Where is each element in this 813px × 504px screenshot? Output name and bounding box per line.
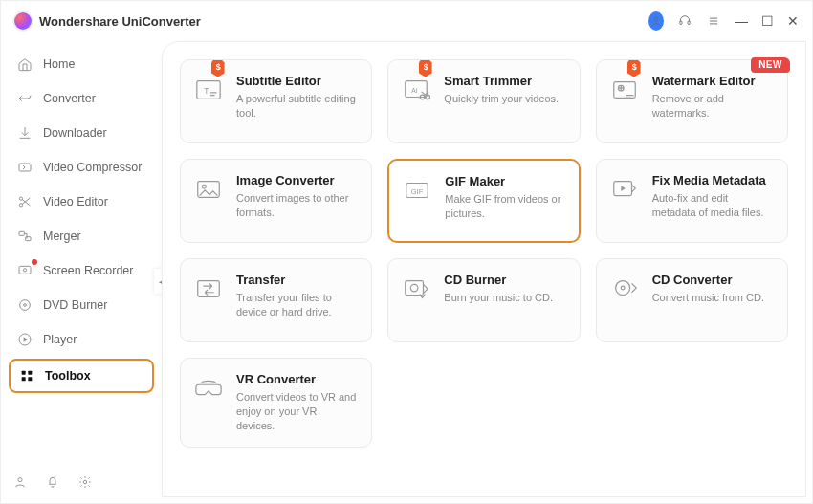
support-icon[interactable] — [677, 13, 692, 29]
svg-text:GIF: GIF — [411, 187, 424, 196]
sidebar-item-dvd-burner[interactable]: DVD Burner — [9, 290, 154, 320]
tool-subtitle-editor[interactable]: $ T Subtitle Editor A powerful subtitle … — [180, 59, 372, 143]
transfer-icon — [192, 273, 225, 305]
maximize-button[interactable]: ☐ — [761, 14, 774, 28]
svg-text:AI: AI — [412, 87, 418, 94]
tool-watermark-editor[interactable]: $ NEW Watermark Editor Remove or add wat… — [596, 59, 788, 143]
tool-desc: Make GIF from videos or pictures. — [445, 192, 564, 221]
tool-vr-converter[interactable]: VR Converter Convert videos to VR and en… — [180, 358, 372, 448]
sidebar-label: Converter — [43, 92, 96, 105]
tool-smart-trimmer[interactable]: $ AI Smart Trimmer Quickly trim your vid… — [387, 59, 580, 143]
tool-cd-converter[interactable]: CD Converter Convert music from CD. — [596, 258, 788, 342]
gear-icon[interactable] — [77, 474, 93, 490]
tool-transfer[interactable]: Transfer Transfer your files to device o… — [180, 258, 372, 342]
svg-rect-12 — [26, 237, 31, 241]
sale-badge-icon: $ — [627, 60, 643, 79]
sidebar-item-video-compressor[interactable]: Video Compressor — [9, 152, 154, 183]
tool-image-converter[interactable]: Image Converter Convert images to other … — [180, 159, 372, 243]
cdburn-icon — [400, 273, 432, 305]
convert-icon — [16, 90, 33, 107]
tool-gif-maker[interactable]: GIF GIF Maker Make GIF from videos or pi… — [387, 159, 580, 243]
tool-desc: Convert images to other formats. — [236, 191, 358, 220]
bell-icon[interactable] — [45, 474, 60, 490]
svg-text:T: T — [204, 86, 209, 96]
sidebar-label: DVD Burner — [43, 298, 107, 312]
sidebar-label: Home — [43, 57, 75, 71]
svg-point-24 — [83, 480, 87, 484]
tools-grid: $ T Subtitle Editor A powerful subtitle … — [180, 59, 788, 448]
sidebar-item-toolbox[interactable]: Toolbox — [9, 359, 154, 393]
tool-title: GIF Maker — [445, 174, 564, 188]
tool-title: Smart Trimmer — [444, 74, 559, 88]
svg-rect-1 — [680, 21, 682, 25]
merge-icon — [16, 228, 33, 245]
sidebar-label: Screen Recorder — [43, 264, 134, 277]
vr-icon — [192, 372, 225, 405]
tool-title: CD Converter — [652, 273, 764, 287]
tool-desc: Convert music from CD. — [652, 291, 764, 305]
sidebar-label: Video Compressor — [43, 161, 142, 174]
play-icon — [16, 331, 33, 348]
sale-badge-icon: $ — [419, 60, 434, 79]
svg-rect-13 — [19, 266, 31, 274]
hamburger-menu-icon[interactable] — [706, 13, 721, 29]
titlebar: Wondershare UniConverter — ☐ ✕ — [1, 1, 812, 41]
svg-point-43 — [202, 185, 206, 188]
record-icon — [16, 262, 33, 279]
tool-title: CD Burner — [444, 273, 553, 287]
content-panel: $ T Subtitle Editor A powerful subtitle … — [162, 41, 806, 497]
app-title: Wondershare UniConverter — [39, 14, 201, 29]
sidebar-label: Video Editor — [43, 195, 108, 208]
svg-point-0 — [654, 17, 658, 21]
sidebar-footer — [9, 467, 154, 495]
sidebar-item-converter[interactable]: Converter — [9, 83, 154, 114]
tool-title: Fix Media Metadata — [652, 173, 774, 187]
sale-badge-icon: $ — [211, 60, 227, 79]
svg-rect-19 — [22, 371, 26, 375]
minimize-button[interactable]: — — [735, 14, 748, 28]
svg-point-7 — [19, 197, 22, 200]
svg-rect-21 — [22, 377, 26, 381]
disc-icon — [16, 296, 33, 314]
sidebar-label: Toolbox — [45, 369, 91, 383]
svg-point-52 — [621, 286, 625, 290]
tool-desc: Transfer your files to device or hard dr… — [236, 291, 358, 319]
svg-point-23 — [18, 478, 22, 482]
grid-icon — [18, 367, 35, 384]
svg-rect-49 — [406, 281, 424, 296]
metadata-icon — [608, 173, 641, 206]
sidebar: Home Converter Downloader Video Compress… — [1, 41, 162, 503]
user-icon[interactable] — [12, 474, 28, 490]
tool-desc: Convert videos to VR and enjoy on your V… — [236, 390, 358, 433]
tool-title: Transfer — [236, 273, 358, 287]
sidebar-item-screen-recorder[interactable]: Screen Recorder — [9, 255, 154, 286]
sidebar-label: Merger — [43, 230, 81, 243]
gif-icon: GIF — [401, 174, 433, 207]
scissors-icon — [16, 193, 33, 210]
image-icon — [192, 173, 225, 206]
tool-title: Watermark Editor — [652, 74, 774, 88]
sidebar-item-player[interactable]: Player — [9, 324, 154, 355]
tool-desc: A powerful subtitle editing tool. — [236, 92, 358, 121]
tool-cd-burner[interactable]: CD Burner Burn your music to CD. — [387, 258, 580, 342]
close-button[interactable]: ✕ — [787, 14, 799, 28]
notification-dot — [32, 259, 37, 265]
tool-title: Subtitle Editor — [236, 74, 358, 88]
tool-desc: Auto-fix and edit metadata of media file… — [652, 191, 774, 220]
tool-desc: Quickly trim your videos. — [444, 92, 559, 106]
sidebar-item-home[interactable]: Home — [9, 49, 154, 79]
compress-icon — [16, 159, 33, 176]
svg-marker-18 — [24, 337, 28, 341]
tool-fix-metadata[interactable]: Fix Media Metadata Auto-fix and edit met… — [596, 159, 788, 243]
sidebar-item-video-editor[interactable]: Video Editor — [9, 186, 154, 217]
account-avatar[interactable] — [648, 13, 664, 29]
sidebar-item-merger[interactable]: Merger — [9, 221, 154, 252]
tool-title: Image Converter — [236, 173, 358, 187]
svg-point-8 — [19, 204, 22, 207]
svg-rect-11 — [19, 231, 24, 235]
svg-text:$: $ — [631, 62, 636, 72]
new-badge: NEW — [751, 57, 790, 73]
svg-point-16 — [24, 304, 27, 307]
svg-point-14 — [23, 269, 26, 272]
sidebar-item-downloader[interactable]: Downloader — [9, 118, 154, 148]
